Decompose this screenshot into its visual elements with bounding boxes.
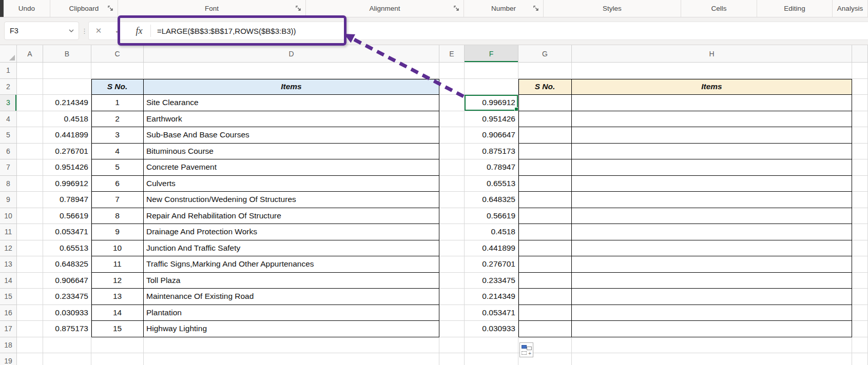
cell-F9[interactable]: 0.648325 (465, 192, 518, 208)
cell-G11[interactable] (518, 224, 572, 240)
row-header-19[interactable]: 19 (0, 353, 17, 365)
dialog-launcher-icon[interactable] (107, 5, 114, 11)
cell-B9[interactable]: 0.78947 (43, 192, 91, 208)
cell-E19[interactable] (439, 353, 465, 365)
cell-B14[interactable]: 0.906647 (43, 273, 91, 289)
cell-F17[interactable]: 0.030933 (465, 321, 518, 337)
cell-H6[interactable] (572, 144, 852, 160)
cell-A9[interactable] (17, 192, 43, 208)
cell-I18[interactable] (852, 337, 868, 354)
cell-F19[interactable] (465, 353, 518, 365)
cell-H11[interactable] (572, 224, 852, 240)
cell-E14[interactable] (439, 273, 465, 289)
cell-A2[interactable] (17, 79, 43, 95)
dialog-launcher-icon[interactable] (295, 5, 302, 11)
cell-D9[interactable]: New Construction/Wedening Of Structures (144, 192, 439, 208)
cell-C18[interactable] (91, 337, 144, 354)
name-box-value[interactable]: F3 (5, 27, 69, 35)
cell-F14[interactable]: 0.233475 (465, 273, 518, 289)
cell-E1[interactable] (439, 63, 465, 79)
cell-D15[interactable]: Maintenance Of Existing Road (144, 289, 439, 305)
cell-H2[interactable]: Items (572, 79, 852, 95)
cell-H4[interactable] (572, 111, 852, 128)
row-header-5[interactable]: 5 (0, 127, 17, 144)
cell-F4[interactable]: 0.951426 (465, 111, 518, 128)
cell-G16[interactable] (518, 305, 572, 321)
row-header-2[interactable]: 2 (0, 79, 17, 95)
cell-A8[interactable] (17, 176, 43, 192)
cell-I8[interactable] (852, 176, 868, 192)
cell-D1[interactable] (144, 63, 439, 79)
cell-H3[interactable] (572, 95, 852, 111)
cell-A18[interactable] (17, 337, 43, 354)
cell-E6[interactable] (439, 144, 465, 160)
cell-G7[interactable] (518, 159, 572, 176)
cell-A16[interactable] (17, 305, 43, 321)
cell-I5[interactable] (852, 127, 868, 144)
cell-D16[interactable]: Plantation (144, 305, 439, 321)
cell-I14[interactable] (852, 273, 868, 289)
row-header-16[interactable]: 16 (0, 305, 17, 321)
cell-F13[interactable]: 0.276701 (465, 256, 518, 273)
cell-F16[interactable]: 0.053471 (465, 305, 518, 321)
cell-D12[interactable]: Junction And Traffic Safety (144, 240, 439, 257)
cell-D13[interactable]: Traffic Signs,Marking And Other Appurten… (144, 256, 439, 273)
dialog-launcher-icon[interactable] (453, 5, 460, 11)
column-header-C[interactable]: C (91, 45, 144, 63)
cell-E5[interactable] (439, 127, 465, 144)
cell-H1[interactable] (572, 63, 852, 79)
cell-I12[interactable] (852, 240, 868, 257)
column-header-E[interactable]: E (439, 45, 465, 63)
cell-B8[interactable]: 0.996912 (43, 176, 91, 192)
cell-H8[interactable] (572, 176, 852, 192)
cell-H14[interactable] (572, 273, 852, 289)
cell-F11[interactable]: 0.4518 (465, 224, 518, 240)
cell-A4[interactable] (17, 111, 43, 128)
select-all-corner[interactable] (0, 45, 17, 63)
formula-input[interactable]: =LARGE($B$3:$B$17,ROWS($B$3:B3)) (151, 27, 296, 35)
cell-B7[interactable]: 0.951426 (43, 159, 91, 176)
cell-D3[interactable]: Site Clearance (144, 95, 439, 111)
cell-I9[interactable] (852, 192, 868, 208)
cell-I2[interactable] (852, 79, 868, 95)
name-box-chevron-icon[interactable] (69, 29, 74, 32)
cell-F3[interactable]: 0.996912 (465, 95, 518, 111)
cell-I16[interactable] (852, 305, 868, 321)
cell-G5[interactable] (518, 127, 572, 144)
cell-C19[interactable] (91, 353, 144, 365)
column-header-F[interactable]: F (465, 45, 518, 63)
cell-A5[interactable] (17, 127, 43, 144)
cell-I3[interactable] (852, 95, 868, 111)
column-header-H[interactable]: H (572, 45, 852, 63)
cell-A11[interactable] (17, 224, 43, 240)
cell-D2[interactable]: Items (144, 79, 439, 95)
cell-E15[interactable] (439, 289, 465, 305)
cell-E17[interactable] (439, 321, 465, 337)
cell-G3[interactable] (518, 95, 572, 111)
cell-A14[interactable] (17, 273, 43, 289)
cell-I4[interactable] (852, 111, 868, 128)
cell-C11[interactable]: 9 (91, 224, 144, 240)
cell-C2[interactable]: S No. (91, 79, 144, 95)
cell-A12[interactable] (17, 240, 43, 257)
cell-A1[interactable] (17, 63, 43, 79)
cell-B18[interactable] (43, 337, 91, 354)
cell-I11[interactable] (852, 224, 868, 240)
insert-function-icon[interactable]: fx (128, 26, 150, 36)
cell-F2[interactable] (465, 79, 518, 95)
row-header-4[interactable]: 4 (0, 111, 17, 128)
cell-E8[interactable] (439, 176, 465, 192)
cell-F7[interactable]: 0.78947 (465, 159, 518, 176)
cell-H10[interactable] (572, 208, 852, 225)
cell-E11[interactable] (439, 224, 465, 240)
cell-E12[interactable] (439, 240, 465, 257)
cell-E4[interactable] (439, 111, 465, 128)
row-header-15[interactable]: 15 (0, 289, 17, 305)
cell-B2[interactable] (43, 79, 91, 95)
cell-G13[interactable] (518, 256, 572, 273)
cell-F10[interactable]: 0.56619 (465, 208, 518, 225)
cell-H13[interactable] (572, 256, 852, 273)
dialog-launcher-icon[interactable] (533, 5, 539, 11)
cell-C12[interactable]: 10 (91, 240, 144, 257)
cell-A13[interactable] (17, 256, 43, 273)
